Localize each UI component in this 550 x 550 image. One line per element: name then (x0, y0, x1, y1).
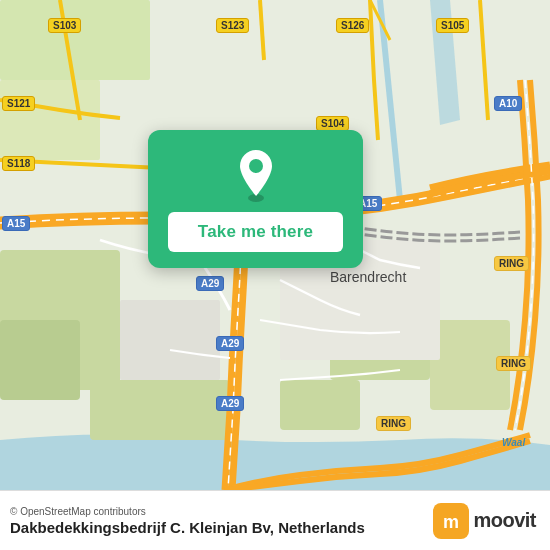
road-label-a29-3: A29 (216, 396, 244, 411)
road-label-waal: Waal (498, 436, 529, 449)
road-label-s104: S104 (316, 116, 349, 131)
road-label-s103: S103 (48, 18, 81, 33)
svg-text:m: m (443, 512, 459, 532)
moovit-text-label: moovit (473, 509, 536, 532)
location-card: Take me there (148, 130, 363, 268)
footer: © OpenStreetMap contributors Dakbedekkin… (0, 490, 550, 550)
footer-left: © OpenStreetMap contributors Dakbedekkin… (10, 506, 365, 536)
map-container: Barendrecht S103 S121 S118 A15 A15 A15 S… (0, 0, 550, 490)
road-label-a15-left: A15 (2, 216, 30, 231)
svg-rect-8 (0, 80, 100, 160)
svg-rect-10 (120, 300, 220, 380)
svg-rect-2 (0, 320, 80, 400)
road-label-a105: A10 (494, 96, 522, 111)
road-label-s105: S105 (436, 18, 469, 33)
road-label-s123: S123 (216, 18, 249, 33)
take-me-there-button[interactable]: Take me there (168, 212, 343, 252)
svg-rect-7 (0, 0, 150, 80)
road-label-ring-1: RING (494, 256, 529, 271)
svg-rect-6 (280, 380, 360, 430)
road-label-s126: S126 (336, 18, 369, 33)
road-label-a29-2: A29 (216, 336, 244, 351)
moovit-logo: m moovit (433, 503, 536, 539)
road-label-a29-1: A29 (196, 276, 224, 291)
moovit-icon: m (433, 503, 469, 539)
road-label-ring-2: RING (496, 356, 531, 371)
svg-rect-5 (90, 380, 230, 440)
road-label-ring-3: RING (376, 416, 411, 431)
location-name: Dakbedekkingsbedrijf C. Kleinjan Bv, Net… (10, 519, 365, 536)
svg-text:Barendrecht: Barendrecht (330, 269, 406, 285)
road-label-s121: S121 (2, 96, 35, 111)
road-label-s118: S118 (2, 156, 35, 171)
svg-point-13 (249, 159, 263, 173)
osm-attribution: © OpenStreetMap contributors (10, 506, 365, 517)
map-pin-icon (234, 148, 278, 202)
